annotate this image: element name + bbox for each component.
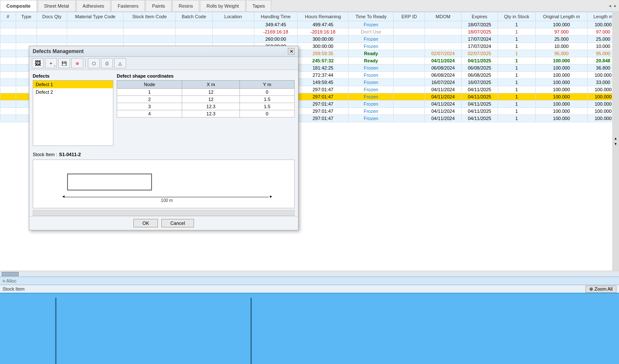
coords-row: 1 12 0 <box>117 89 295 96</box>
cell-remaining: 181:42:25 <box>298 64 349 72</box>
viz-ruler-label: 100 m <box>65 198 269 203</box>
cell-stock-item <box>124 36 176 43</box>
cell-erp <box>394 28 425 36</box>
cell-remaining: 299:59:35 <box>298 50 349 57</box>
tab-sheet-metal[interactable]: Sheet Metal <box>38 0 76 11</box>
horizontal-scrollbar[interactable] <box>0 271 619 277</box>
scroll-down-arrow[interactable]: ▼ <box>614 142 617 146</box>
col-original-length: Original Length m <box>535 12 588 21</box>
cell-erp <box>394 43 425 50</box>
cell-mdom: 04/11/2024 <box>425 93 461 101</box>
cell-hash <box>0 57 16 64</box>
toolbar-save-button[interactable]: 💾 <box>58 58 70 68</box>
cell-expires: 16/07/2025 <box>461 79 498 86</box>
toolbar-connect-button[interactable]: ⟨⟩ <box>101 58 113 68</box>
toolbar-shape-button[interactable]: △ <box>114 58 126 68</box>
toolbar-delete-button[interactable]: ⊗ <box>71 58 83 68</box>
table-row[interactable]: 260:00:00 300:00:00 Frozen 17/07/2024 1 … <box>0 36 619 43</box>
modal-body: Defects Defect 1 Defect 2 Defect shape c… <box>29 70 298 149</box>
col-type: Type <box>16 12 37 21</box>
scroll-thumb[interactable] <box>2 272 19 276</box>
cell-status: Frozen <box>349 86 394 93</box>
modal-toolbar: 🖼 + + 💾 ⊗ ⬡ ⟨⟩ △ <box>29 57 298 70</box>
viz-bar-left <box>55 298 56 364</box>
col-mdom: MDOM <box>425 12 461 21</box>
col-erp-id: ERP ID <box>394 12 425 21</box>
modal-close-button[interactable]: ✕ <box>288 48 295 55</box>
cell-status: Frozen <box>349 21 394 28</box>
cell-node: 3 <box>117 103 182 110</box>
toolbar-node-tool-button[interactable]: ⬡ <box>88 58 100 68</box>
cell-orig-len: 100.000 <box>535 115 588 122</box>
cell-batch <box>176 28 213 36</box>
cell-hash <box>0 72 16 79</box>
coords-label: Defect shape coordinates <box>117 73 295 78</box>
cell-erp <box>394 101 425 108</box>
col-batch-code: Batch Code <box>176 12 213 21</box>
table-row[interactable]: 349:47:45 499:47:45 Frozen 18/07/2025 1 … <box>0 21 619 28</box>
cell-qty: 1 <box>498 28 535 36</box>
cell-orig-len: 100.000 <box>535 93 588 101</box>
cell-status: Don't Use <box>349 28 394 36</box>
cell-orig-len: 25.000 <box>535 36 588 43</box>
cell-hash <box>0 28 16 36</box>
tab-rolls-by-weight[interactable]: Rolls by Weight <box>200 0 245 11</box>
cell-hash <box>0 43 16 50</box>
defect-item-2[interactable]: Defect 2 <box>33 88 113 96</box>
cell-handling: 260:00:00 <box>254 36 297 43</box>
tab-resins[interactable]: Resins <box>172 0 200 11</box>
panel-nav-right[interactable]: ► <box>613 4 617 8</box>
cell-remaining: 297:01:47 <box>298 101 349 108</box>
viz-panel: 100 m <box>33 160 295 208</box>
coords-row: 3 12.3 1.5 <box>117 103 295 110</box>
top-tab-bar: Composite Sheet Metal Adhesives Fastener… <box>0 0 619 12</box>
cell-status: Frozen <box>349 79 394 86</box>
toolbar-add-button[interactable]: + + <box>45 58 57 68</box>
tab-adhesives[interactable]: Adhesives <box>76 0 111 11</box>
cell-mdom: 04/11/2024 <box>425 115 461 122</box>
toolbar-add-image-button[interactable]: 🖼 <box>32 58 44 68</box>
table-row[interactable]: -2169:16:18 -2019:16:18 Don't Use 18/07/… <box>0 28 619 36</box>
cell-expires: 04/11/2025 <box>461 101 498 108</box>
tab-paints[interactable]: Paints <box>146 0 172 11</box>
cell-hash <box>0 93 16 101</box>
ok-button[interactable]: OK <box>133 219 158 227</box>
viz-horizontal-scrollbar[interactable] <box>33 210 295 216</box>
cell-mdom: 04/11/2024 <box>425 57 461 64</box>
cell-status: Frozen <box>349 115 394 122</box>
viz-rect <box>67 174 152 190</box>
cell-qty: 1 <box>498 72 535 79</box>
coords-table: Node X m Y m 1 12 0 2 12 1.5 3 12.3 1.5 … <box>117 80 295 118</box>
cell-hash <box>0 86 16 93</box>
bottom-visualization: ◄ 100 m ► <box>0 293 619 364</box>
cell-erp <box>394 108 425 115</box>
cell-orig-len: 10.000 <box>535 43 588 50</box>
cell-status: Frozen <box>349 101 394 108</box>
scroll-up-arrow[interactable]: ▲ <box>614 137 617 140</box>
cell-remaining: 245:57:32 <box>298 57 349 64</box>
cell-handling: 349:47:45 <box>254 21 297 28</box>
zoom-all-button[interactable]: ⊕ Zoom All <box>585 286 616 293</box>
cell-remaining: -2019:16:18 <box>298 28 349 36</box>
col-hours-remaining: Hours Remaining <box>298 12 349 21</box>
delete-icon: ⊗ <box>76 61 79 66</box>
cell-qty: 1 <box>498 21 535 28</box>
tab-fasteners[interactable]: Fasteners <box>111 0 145 11</box>
panel-nav-left[interactable]: ◄ <box>608 4 612 8</box>
tab-tapes[interactable]: Tapes <box>246 0 271 11</box>
col-x: X m <box>182 81 240 89</box>
cell-orig-len: 100.000 <box>535 108 588 115</box>
cell-status: Ready <box>349 50 394 57</box>
defect-item-1[interactable]: Defect 1 <box>33 81 113 88</box>
cell-status: Frozen <box>349 36 394 43</box>
col-stock-item-code: Stock Item Code <box>124 12 176 21</box>
cell-x-val: 12 <box>182 96 240 103</box>
cell-remaining: 297:01:47 <box>298 108 349 115</box>
cell-material-type <box>67 21 124 28</box>
cell-mdom: 04/11/2024 <box>425 101 461 108</box>
cancel-button[interactable]: Cancel <box>161 219 194 227</box>
col-handling-time: Handling Time <box>254 12 297 21</box>
col-material-type-code: Material Type Code <box>67 12 124 21</box>
tab-composite[interactable]: Composite <box>0 0 37 11</box>
viz-ruler-inner: 100 m <box>65 197 269 203</box>
